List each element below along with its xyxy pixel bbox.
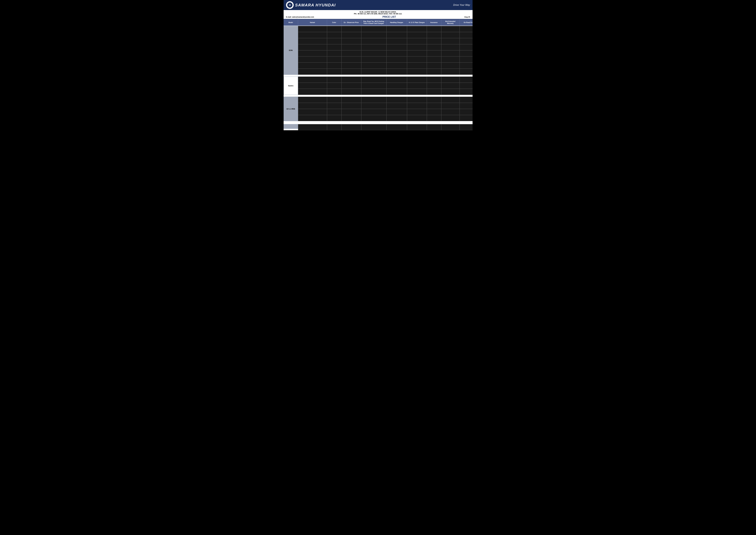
table-row <box>298 50 327 56</box>
table-row <box>327 44 341 50</box>
table-row <box>298 76 327 83</box>
table-row <box>387 69 407 75</box>
col-reg-road-tax: Reg, Road Tax, MCD Parking Fees & Smart … <box>361 19 387 26</box>
table-row <box>441 89 460 95</box>
table-row <box>407 38 427 44</box>
table-row <box>407 26 427 32</box>
table-row <box>427 56 441 63</box>
table-row <box>361 89 387 95</box>
table-row <box>298 89 327 95</box>
table-row <box>361 32 387 38</box>
page: H SAMARA HYUNDAI Drive Your Way B-35, LA… <box>284 0 472 130</box>
table-row <box>298 38 327 44</box>
table-row <box>361 97 387 103</box>
col-iiird-extended: IIIrd Extended Warranty <box>441 19 460 26</box>
table-row <box>327 109 341 115</box>
table-row <box>427 97 441 103</box>
table-row <box>407 44 427 50</box>
table-row <box>298 44 327 50</box>
separator-1 <box>284 75 472 76</box>
table-row <box>298 115 327 121</box>
model-santro: Santro <box>284 76 298 95</box>
logo-area: H SAMARA HYUNDAI <box>286 1 336 9</box>
table-row <box>407 89 427 95</box>
table-row <box>460 44 472 50</box>
table-row <box>298 32 327 38</box>
table-row <box>341 103 361 109</box>
table-row <box>341 32 361 38</box>
table-row <box>427 89 441 95</box>
svg-text:H: H <box>289 4 291 6</box>
table-row <box>341 89 361 95</box>
table-row <box>387 26 407 32</box>
table-header: Model Variant Color Ex - Showrrom Price … <box>284 19 472 26</box>
table-row <box>441 44 460 50</box>
table-row <box>327 103 341 109</box>
table-row <box>407 32 427 38</box>
table-row <box>441 38 460 44</box>
col-on-road: On Road Pricee <box>460 19 472 26</box>
table-row <box>407 109 427 115</box>
table-row <box>327 38 341 44</box>
table-row <box>427 32 441 38</box>
table-row <box>441 109 460 115</box>
table-row <box>387 76 407 83</box>
table-body: EON <box>284 26 472 130</box>
col-hsr-plate: H. S. R. Plate Charges <box>407 19 427 26</box>
table-row <box>298 63 327 69</box>
header-top: H SAMARA HYUNDAI Drive Your Way <box>284 0 472 10</box>
table-row <box>441 115 460 121</box>
table-row <box>427 76 441 83</box>
table-row <box>460 56 472 63</box>
table-row <box>387 124 407 130</box>
table-row <box>298 97 327 103</box>
table-row <box>387 44 407 50</box>
table-row <box>441 69 460 75</box>
table-row <box>407 103 427 109</box>
table-row <box>361 103 387 109</box>
table-row <box>387 38 407 44</box>
table-row <box>427 26 441 32</box>
table-row <box>441 63 460 69</box>
header-info-row: E-mail: sales@samarahyundai.com PRICE LI… <box>284 15 472 19</box>
table-row <box>387 97 407 103</box>
table-row <box>341 97 361 103</box>
table-row <box>361 69 387 75</box>
table-row <box>460 124 472 130</box>
table-row <box>361 50 387 56</box>
table-row <box>441 103 460 109</box>
table-row <box>387 83 407 89</box>
table-row <box>327 115 341 121</box>
table-row <box>361 38 387 44</box>
table-row <box>361 109 387 115</box>
table-row <box>427 115 441 121</box>
table-row <box>298 56 327 63</box>
table-row <box>361 76 387 83</box>
table-row <box>460 89 472 95</box>
table-row <box>407 124 427 130</box>
table-row <box>407 56 427 63</box>
table-row <box>407 76 427 83</box>
table-row <box>460 109 472 115</box>
company-name: SAMARA HYUNDAI <box>295 3 336 8</box>
table-row <box>441 32 460 38</box>
table-row <box>341 50 361 56</box>
table-row <box>460 83 472 89</box>
table-row <box>298 109 327 115</box>
table-row <box>298 103 327 109</box>
table-row <box>427 69 441 75</box>
table-row <box>460 103 472 109</box>
table-row <box>341 26 361 32</box>
table-row <box>441 26 460 32</box>
col-insurance: Insurance <box>427 19 441 26</box>
date-text: Aug-15 <box>464 16 470 18</box>
table-row <box>427 38 441 44</box>
table-row <box>427 103 441 109</box>
table-row <box>327 32 341 38</box>
table-row <box>460 69 472 75</box>
table-row <box>298 124 327 130</box>
table-row <box>407 50 427 56</box>
table-row <box>427 83 441 89</box>
table-row <box>407 115 427 121</box>
table-row <box>407 97 427 103</box>
